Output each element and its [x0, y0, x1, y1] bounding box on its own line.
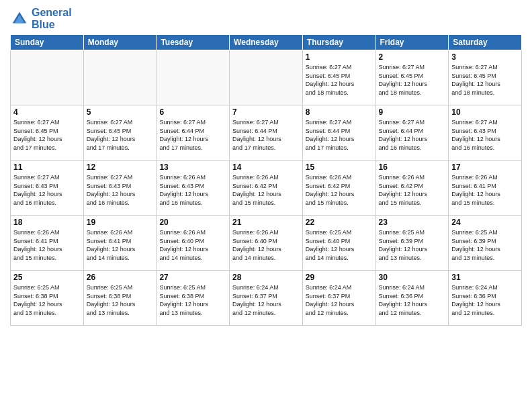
day-number: 1: [306, 52, 373, 62]
calendar-cell: [11, 50, 84, 105]
calendar-cell: 12Sunrise: 6:27 AM Sunset: 6:43 PM Dayli…: [83, 161, 157, 216]
day-info: Sunrise: 6:27 AM Sunset: 6:45 PM Dayligh…: [13, 118, 81, 152]
page: General Blue SundayMondayTuesdayWednesda…: [0, 0, 532, 411]
day-number: 8: [306, 107, 373, 117]
calendar-table: SundayMondayTuesdayWednesdayThursdayFrid…: [10, 34, 522, 326]
calendar-cell: 13Sunrise: 6:26 AM Sunset: 6:43 PM Dayli…: [157, 161, 230, 216]
day-number: 12: [87, 163, 154, 172]
day-number: 9: [379, 107, 446, 117]
day-info: Sunrise: 6:27 AM Sunset: 6:43 PM Dayligh…: [13, 173, 81, 207]
weekday-header-saturday: Saturday: [449, 35, 522, 50]
day-number: 29: [306, 273, 373, 282]
generalblue-logo-icon: [10, 9, 29, 28]
day-info: Sunrise: 6:27 AM Sunset: 6:45 PM Dayligh…: [451, 63, 519, 97]
logo-text: General Blue: [32, 7, 72, 30]
day-number: 14: [232, 163, 300, 172]
day-info: Sunrise: 6:27 AM Sunset: 6:43 PM Dayligh…: [87, 173, 154, 207]
weekday-header-wednesday: Wednesday: [230, 35, 303, 50]
calendar-cell: [157, 50, 230, 105]
day-info: Sunrise: 6:26 AM Sunset: 6:40 PM Dayligh…: [232, 228, 300, 262]
weekday-header-monday: Monday: [83, 35, 157, 50]
day-number: 20: [159, 218, 226, 227]
calendar-cell: 3Sunrise: 6:27 AM Sunset: 6:45 PM Daylig…: [449, 50, 522, 105]
day-info: Sunrise: 6:26 AM Sunset: 6:41 PM Dayligh…: [13, 228, 81, 262]
day-info: Sunrise: 6:24 AM Sunset: 6:36 PM Dayligh…: [451, 283, 519, 317]
day-info: Sunrise: 6:24 AM Sunset: 6:37 PM Dayligh…: [306, 283, 373, 317]
calendar-cell: 9Sunrise: 6:27 AM Sunset: 6:44 PM Daylig…: [375, 105, 449, 161]
calendar-cell: 18Sunrise: 6:26 AM Sunset: 6:41 PM Dayli…: [11, 216, 84, 271]
day-info: Sunrise: 6:26 AM Sunset: 6:42 PM Dayligh…: [306, 173, 373, 207]
day-info: Sunrise: 6:26 AM Sunset: 6:41 PM Dayligh…: [87, 228, 154, 262]
day-number: 4: [13, 107, 81, 117]
calendar-cell: 11Sunrise: 6:27 AM Sunset: 6:43 PM Dayli…: [11, 161, 84, 216]
calendar-cell: 14Sunrise: 6:26 AM Sunset: 6:42 PM Dayli…: [230, 161, 303, 216]
day-number: 22: [306, 218, 373, 227]
header: General Blue: [10, 7, 522, 30]
day-info: Sunrise: 6:26 AM Sunset: 6:42 PM Dayligh…: [232, 173, 300, 207]
day-number: 26: [87, 273, 154, 282]
calendar-cell: 29Sunrise: 6:24 AM Sunset: 6:37 PM Dayli…: [302, 271, 375, 326]
calendar-week-2: 4Sunrise: 6:27 AM Sunset: 6:45 PM Daylig…: [11, 105, 522, 161]
day-info: Sunrise: 6:27 AM Sunset: 6:44 PM Dayligh…: [306, 118, 373, 152]
calendar-week-1: 1Sunrise: 6:27 AM Sunset: 6:45 PM Daylig…: [11, 50, 522, 105]
calendar-cell: 21Sunrise: 6:26 AM Sunset: 6:40 PM Dayli…: [230, 216, 303, 271]
calendar-cell: 27Sunrise: 6:25 AM Sunset: 6:38 PM Dayli…: [157, 271, 230, 326]
day-info: Sunrise: 6:26 AM Sunset: 6:43 PM Dayligh…: [159, 173, 226, 207]
calendar-week-5: 25Sunrise: 6:25 AM Sunset: 6:38 PM Dayli…: [11, 271, 522, 326]
day-number: 19: [87, 218, 154, 227]
day-number: 23: [379, 218, 446, 227]
calendar-cell: 19Sunrise: 6:26 AM Sunset: 6:41 PM Dayli…: [83, 216, 157, 271]
day-info: Sunrise: 6:25 AM Sunset: 6:40 PM Dayligh…: [306, 228, 373, 262]
day-info: Sunrise: 6:24 AM Sunset: 6:36 PM Dayligh…: [379, 283, 446, 317]
calendar-cell: 15Sunrise: 6:26 AM Sunset: 6:42 PM Dayli…: [302, 161, 375, 216]
day-number: 15: [306, 163, 373, 172]
day-number: 28: [232, 273, 300, 282]
day-number: 17: [451, 163, 519, 172]
day-info: Sunrise: 6:27 AM Sunset: 6:45 PM Dayligh…: [306, 63, 373, 97]
calendar-cell: 22Sunrise: 6:25 AM Sunset: 6:40 PM Dayli…: [302, 216, 375, 271]
day-info: Sunrise: 6:27 AM Sunset: 6:43 PM Dayligh…: [451, 118, 519, 152]
day-number: 7: [232, 107, 300, 117]
weekday-header-tuesday: Tuesday: [157, 35, 230, 50]
day-info: Sunrise: 6:25 AM Sunset: 6:38 PM Dayligh…: [13, 283, 81, 317]
day-number: 3: [451, 52, 519, 62]
day-number: 6: [159, 107, 226, 117]
day-number: 25: [13, 273, 81, 282]
calendar-cell: 26Sunrise: 6:25 AM Sunset: 6:38 PM Dayli…: [83, 271, 157, 326]
calendar-cell: 31Sunrise: 6:24 AM Sunset: 6:36 PM Dayli…: [449, 271, 522, 326]
day-number: 11: [13, 163, 81, 172]
day-number: 10: [451, 107, 519, 117]
calendar-cell: 30Sunrise: 6:24 AM Sunset: 6:36 PM Dayli…: [375, 271, 449, 326]
calendar-cell: 24Sunrise: 6:25 AM Sunset: 6:39 PM Dayli…: [449, 216, 522, 271]
day-number: 27: [159, 273, 226, 282]
calendar-cell: 6Sunrise: 6:27 AM Sunset: 6:44 PM Daylig…: [157, 105, 230, 161]
day-number: 31: [451, 273, 519, 282]
day-number: 18: [13, 218, 81, 227]
day-number: 30: [379, 273, 446, 282]
day-info: Sunrise: 6:26 AM Sunset: 6:40 PM Dayligh…: [159, 228, 226, 262]
calendar-week-4: 18Sunrise: 6:26 AM Sunset: 6:41 PM Dayli…: [11, 216, 522, 271]
day-number: 2: [379, 52, 446, 62]
day-number: 24: [451, 218, 519, 227]
day-number: 13: [159, 163, 226, 172]
calendar-week-3: 11Sunrise: 6:27 AM Sunset: 6:43 PM Dayli…: [11, 161, 522, 216]
day-info: Sunrise: 6:27 AM Sunset: 6:45 PM Dayligh…: [379, 63, 446, 97]
calendar-cell: 28Sunrise: 6:24 AM Sunset: 6:37 PM Dayli…: [230, 271, 303, 326]
day-info: Sunrise: 6:26 AM Sunset: 6:41 PM Dayligh…: [451, 173, 519, 207]
calendar-cell: 16Sunrise: 6:26 AM Sunset: 6:42 PM Dayli…: [375, 161, 449, 216]
day-info: Sunrise: 6:26 AM Sunset: 6:42 PM Dayligh…: [379, 173, 446, 207]
weekday-header-friday: Friday: [375, 35, 449, 50]
day-info: Sunrise: 6:24 AM Sunset: 6:37 PM Dayligh…: [232, 283, 300, 317]
calendar-cell: 25Sunrise: 6:25 AM Sunset: 6:38 PM Dayli…: [11, 271, 84, 326]
weekday-header-sunday: Sunday: [11, 35, 84, 50]
calendar-cell: [230, 50, 303, 105]
logo: General Blue: [10, 7, 72, 30]
day-number: 16: [379, 163, 446, 172]
calendar-cell: 5Sunrise: 6:27 AM Sunset: 6:45 PM Daylig…: [83, 105, 157, 161]
day-info: Sunrise: 6:27 AM Sunset: 6:44 PM Dayligh…: [379, 118, 446, 152]
day-info: Sunrise: 6:25 AM Sunset: 6:39 PM Dayligh…: [451, 228, 519, 262]
calendar-cell: 20Sunrise: 6:26 AM Sunset: 6:40 PM Dayli…: [157, 216, 230, 271]
calendar-cell: [83, 50, 157, 105]
day-number: 5: [87, 107, 154, 117]
day-info: Sunrise: 6:27 AM Sunset: 6:44 PM Dayligh…: [159, 118, 226, 152]
